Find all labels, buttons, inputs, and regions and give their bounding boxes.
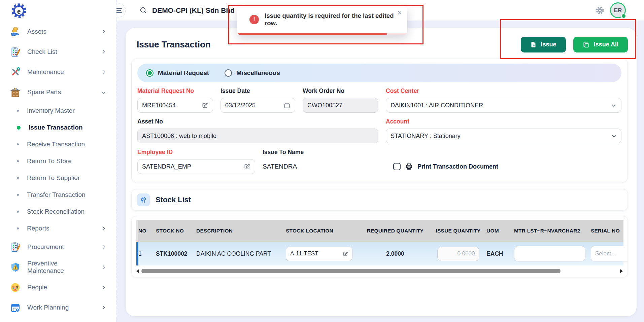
sidebar-item-preventive-maintenance[interactable]: Preventive Maintenance bbox=[0, 257, 116, 277]
chevron-right-icon bbox=[101, 264, 106, 270]
edit-icon[interactable] bbox=[343, 251, 348, 257]
issue-transaction-card: Issue Transaction Issue Issue All bbox=[126, 28, 637, 316]
field-label: Issue Date bbox=[221, 87, 295, 95]
copy-pages-icon bbox=[583, 41, 589, 48]
scrollbar-track[interactable] bbox=[141, 269, 618, 273]
cell-uom: EACH bbox=[486, 250, 511, 257]
field-label: Material Request No bbox=[137, 87, 213, 95]
app-logo[interactable]: e bbox=[0, 0, 116, 22]
chevron-down-icon bbox=[611, 103, 617, 108]
sidebar-item-label: Procurement bbox=[27, 243, 64, 251]
sidebar-item-people[interactable]: People bbox=[0, 277, 116, 297]
issue-quantity-input[interactable] bbox=[442, 250, 475, 257]
sidebar-item-issue-transaction[interactable]: Issue Transaction bbox=[0, 119, 116, 136]
sidebar: e Assets Check List Maintenance bbox=[0, 0, 116, 322]
check-list-icon bbox=[10, 47, 21, 57]
field-label: Employee ID bbox=[137, 149, 255, 156]
col-issue-quantity: ISSUE QUANTITY bbox=[433, 228, 484, 234]
company-name[interactable]: DEMO-CPI (KL) Sdn Bhd bbox=[152, 6, 235, 14]
sidebar-item-label: Reports bbox=[27, 225, 49, 232]
serial-no-select[interactable] bbox=[595, 250, 628, 257]
mtr-lst-input[interactable] bbox=[518, 250, 581, 257]
sidebar-item-spare-parts[interactable]: Spare Parts bbox=[0, 82, 116, 102]
scrollbar-thumb[interactable] bbox=[141, 269, 561, 273]
toast-message: Issue quantity is required for the last … bbox=[265, 12, 399, 27]
sidebar-item-receive-transaction[interactable]: Receive Transaction bbox=[0, 136, 116, 153]
error-icon: ! bbox=[249, 15, 259, 24]
user-avatar[interactable]: ER bbox=[610, 2, 626, 18]
sidebar-item-label: People bbox=[27, 284, 47, 291]
account-select[interactable]: STATIONARY : Stationary bbox=[386, 129, 621, 143]
sidebar-item-stock-reconciliation[interactable]: Stock Reconciliation bbox=[0, 203, 116, 220]
radio-miscellaneous[interactable]: Miscellaneous bbox=[225, 69, 280, 77]
sidebar-item-label: Spare Parts bbox=[27, 88, 61, 96]
sidebar-item-transfer-transaction[interactable]: Transfer Transaction bbox=[0, 186, 116, 203]
stock-location-input[interactable] bbox=[290, 250, 340, 257]
issue-button[interactable]: Issue bbox=[521, 37, 566, 52]
scroll-right-arrow[interactable] bbox=[620, 269, 623, 273]
spare-parts-icon bbox=[10, 87, 21, 98]
sidebar-item-work-planning[interactable]: Work Planning bbox=[0, 297, 116, 318]
sidebar-item-label: Transfer Transaction bbox=[27, 191, 86, 199]
sidebar-item-label: Issue Transaction bbox=[29, 124, 83, 131]
cell-no: 1 bbox=[138, 250, 153, 257]
bullet-icon bbox=[17, 160, 19, 162]
error-toast: ! Issue quantity is required for the las… bbox=[237, 6, 407, 35]
field-issue-to-name: Issue To Name SATENDRA bbox=[263, 143, 374, 174]
issue-button-label: Issue bbox=[541, 41, 556, 48]
calendar-icon[interactable] bbox=[283, 102, 291, 109]
cell-description: DAIKIN AC COOLING PART bbox=[196, 250, 283, 257]
sidebar-item-maintenance[interactable]: Maintenance bbox=[0, 62, 116, 82]
spacer bbox=[381, 149, 621, 156]
material-request-no-input[interactable] bbox=[142, 102, 199, 109]
sidebar-item-partial[interactable] bbox=[0, 318, 116, 322]
stock-list-header: Stock List bbox=[131, 189, 628, 211]
sidebar-item-procurement[interactable]: Procurement bbox=[0, 237, 116, 257]
transaction-type-toggle: Material Request Miscellaneous bbox=[137, 64, 621, 82]
radio-unselected-icon bbox=[225, 69, 232, 77]
sidebar-item-return-to-store[interactable]: Return To Store bbox=[0, 153, 116, 170]
cost-center-value: DAIKIN1001 : AIR CONDITIONER bbox=[391, 102, 483, 109]
gear-e-logo-icon: e bbox=[10, 2, 28, 20]
procurement-icon bbox=[10, 242, 21, 252]
asset-no-input bbox=[142, 133, 374, 140]
bullet-icon bbox=[17, 110, 19, 112]
issue-to-name-value: SATENDRA bbox=[263, 159, 374, 174]
cost-center-select[interactable]: DAIKIN1001 : AIR CONDITIONER bbox=[386, 98, 621, 113]
field-label: Work Order No bbox=[303, 87, 378, 95]
toast-close-icon[interactable]: × bbox=[397, 9, 402, 17]
sidebar-item-label: Receive Transaction bbox=[27, 141, 85, 148]
cell-required-quantity: 2.0000 bbox=[361, 250, 430, 257]
field-issue-date: Issue Date bbox=[221, 82, 295, 113]
sidebar-item-assets[interactable]: Assets bbox=[0, 22, 116, 42]
online-status-dot bbox=[621, 13, 626, 19]
stock-list-icon-box bbox=[137, 193, 150, 206]
sidebar-item-reports[interactable]: Reports bbox=[0, 220, 116, 237]
horizontal-scrollbar bbox=[136, 269, 623, 274]
field-employee-id: Employee ID bbox=[137, 143, 255, 174]
scroll-left-arrow[interactable] bbox=[136, 269, 139, 273]
sidebar-item-check-list[interactable]: Check List bbox=[0, 42, 116, 62]
col-mtr-lst: MTR LST~R~NVARCHAR2 bbox=[514, 228, 588, 234]
toast-progress-track bbox=[237, 33, 407, 35]
chevron-right-icon bbox=[101, 244, 106, 250]
employee-id-input[interactable] bbox=[142, 163, 241, 170]
search-icon[interactable] bbox=[139, 6, 147, 14]
sidebar-item-label: Check List bbox=[27, 48, 57, 56]
sidebar-item-return-to-supplier[interactable]: Return To Supplier bbox=[0, 170, 116, 186]
print-document-checkbox[interactable] bbox=[393, 163, 401, 170]
radio-material-request[interactable]: Material Request bbox=[146, 69, 209, 77]
chevron-right-icon bbox=[101, 29, 106, 34]
active-dot-icon bbox=[17, 126, 21, 130]
table-header-row: NO STOCK NO DESCRIPTION STOCK LOCATION R… bbox=[136, 220, 623, 242]
edit-icon[interactable] bbox=[244, 163, 250, 170]
issue-all-button[interactable]: Issue All bbox=[573, 37, 628, 52]
sidebar-item-inventory-master[interactable]: Inventory Master bbox=[0, 102, 116, 119]
issue-date-input[interactable] bbox=[225, 102, 281, 109]
radio-selected-icon bbox=[146, 69, 154, 77]
edit-icon[interactable] bbox=[202, 102, 208, 109]
cell-stock-no: STK100002 bbox=[156, 250, 194, 257]
settings-gear-icon[interactable] bbox=[595, 6, 605, 15]
sidebar-item-label: Return To Supplier bbox=[27, 174, 80, 182]
col-stock-location: STOCK LOCATION bbox=[286, 228, 358, 234]
